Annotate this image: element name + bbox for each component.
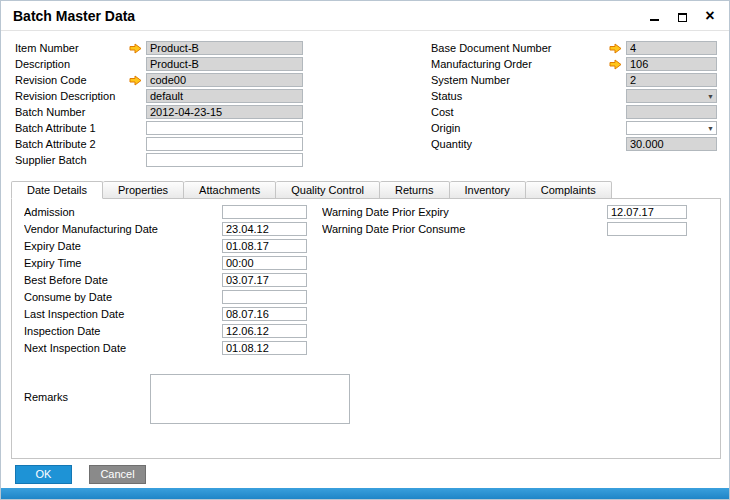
field-row: Revision Code (15, 73, 303, 87)
field-label: Cost (431, 106, 609, 118)
field-input[interactable] (222, 290, 307, 304)
remarks-label: Remarks (24, 391, 68, 403)
batch-master-data-window: Batch Master Data × Item NumberDescripti… (0, 0, 730, 500)
field-row: Manufacturing Order (431, 57, 717, 71)
bottom-accent-strip (1, 488, 729, 499)
dropdown-field[interactable]: ▼ (626, 89, 717, 103)
field-input[interactable] (146, 73, 303, 87)
field-input[interactable] (146, 121, 303, 135)
dropdown-field[interactable]: ▼ (626, 121, 717, 135)
link-arrow-icon[interactable] (129, 73, 146, 87)
tab-attachments[interactable]: Attachments (184, 181, 276, 199)
field-label: Admission (24, 206, 222, 218)
field-row: Warning Date Prior Consume (322, 222, 687, 236)
field-label: Expiry Time (24, 257, 222, 269)
field-row: Expiry Date (24, 239, 307, 253)
field-input[interactable] (626, 73, 717, 87)
tab-inventory[interactable]: Inventory (450, 181, 526, 199)
link-arrow-icon[interactable] (609, 41, 626, 55)
field-row: Best Before Date (24, 273, 307, 287)
field-row: Expiry Time (24, 256, 307, 270)
field-row: Supplier Batch (15, 153, 303, 167)
field-input[interactable] (607, 205, 687, 219)
field-label: Expiry Date (24, 240, 222, 252)
ok-button[interactable]: OK (15, 465, 72, 484)
field-label: Last Inspection Date (24, 308, 222, 320)
link-arrow-icon[interactable] (129, 41, 146, 55)
field-label: Item Number (15, 42, 129, 54)
field-input[interactable] (146, 153, 303, 167)
field-input[interactable] (626, 41, 717, 55)
field-label: System Number (431, 74, 609, 86)
field-label: Inspection Date (24, 325, 222, 337)
arrow-spacer (129, 105, 146, 119)
arrow-spacer (129, 57, 146, 71)
field-input[interactable] (146, 41, 303, 55)
field-input[interactable] (626, 105, 717, 119)
field-input[interactable] (222, 307, 307, 321)
field-row: Batch Number (15, 105, 303, 119)
arrow-spacer (609, 89, 626, 103)
field-row: Admission (24, 205, 307, 219)
arrow-spacer (129, 137, 146, 151)
field-input[interactable] (222, 273, 307, 287)
tab-complaints[interactable]: Complaints (526, 181, 612, 199)
field-input[interactable] (146, 89, 303, 103)
field-input[interactable] (626, 57, 717, 71)
field-row: Vendor Manufacturing Date (24, 222, 307, 236)
field-input[interactable] (146, 57, 303, 71)
arrow-spacer (609, 137, 626, 151)
field-label: Batch Number (15, 106, 129, 118)
field-row: Next Inspection Date (24, 341, 307, 355)
chevron-down-icon[interactable]: ▼ (707, 125, 714, 133)
remarks-textarea[interactable] (150, 374, 350, 424)
field-row: Last Inspection Date (24, 307, 307, 321)
field-row: Status▼ (431, 89, 717, 103)
field-label: Revision Description (15, 90, 129, 102)
field-label: Description (15, 58, 129, 70)
tab-date-details[interactable]: Date Details (11, 181, 103, 199)
field-label: Next Inspection Date (24, 342, 222, 354)
maximize-button[interactable] (675, 9, 689, 23)
field-label: Vendor Manufacturing Date (24, 223, 222, 235)
cancel-button[interactable]: Cancel (89, 465, 146, 484)
field-row: Consume by Date (24, 290, 307, 304)
field-label: Batch Attribute 2 (15, 138, 129, 150)
field-label: Warning Date Prior Consume (322, 223, 607, 235)
field-row: Quantity (431, 137, 717, 151)
field-input[interactable] (222, 222, 307, 236)
field-label: Quantity (431, 138, 609, 150)
field-input[interactable] (222, 239, 307, 253)
field-input[interactable] (222, 205, 307, 219)
arrow-spacer (609, 105, 626, 119)
tab-returns[interactable]: Returns (380, 181, 450, 199)
field-label: Base Document Number (431, 42, 609, 54)
field-label: Consume by Date (24, 291, 222, 303)
date-details-panel: AdmissionVendor Manufacturing DateExpiry… (11, 198, 721, 459)
field-input[interactable] (222, 324, 307, 338)
field-input[interactable] (626, 137, 717, 151)
field-input[interactable] (146, 105, 303, 119)
field-input[interactable] (146, 137, 303, 151)
arrow-spacer (129, 121, 146, 135)
minimize-icon (650, 19, 659, 21)
field-input[interactable] (222, 256, 307, 270)
field-row: System Number (431, 73, 717, 87)
header-right-fields: Base Document NumberManufacturing OrderS… (431, 41, 717, 153)
link-arrow-icon[interactable] (609, 57, 626, 71)
field-row: Inspection Date (24, 324, 307, 338)
field-row: Item Number (15, 41, 303, 55)
title-bar: Batch Master Data × (1, 1, 729, 31)
field-row: Description (15, 57, 303, 71)
close-button[interactable]: × (703, 9, 717, 23)
field-row: Origin▼ (431, 121, 717, 135)
tab-properties[interactable]: Properties (103, 181, 184, 199)
minimize-button[interactable] (647, 9, 661, 23)
chevron-down-icon[interactable]: ▼ (707, 93, 714, 101)
field-label: Best Before Date (24, 274, 222, 286)
field-input[interactable] (607, 222, 687, 236)
tab-quality-control[interactable]: Quality Control (276, 181, 380, 199)
field-label: Revision Code (15, 74, 129, 86)
field-input[interactable] (222, 341, 307, 355)
field-label: Manufacturing Order (431, 58, 609, 70)
